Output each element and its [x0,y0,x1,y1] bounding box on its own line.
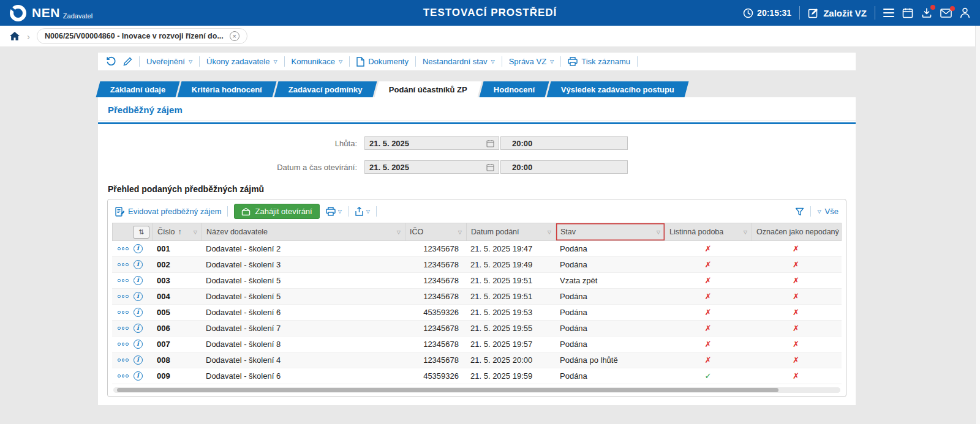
column-settings[interactable]: ⇅ [113,223,153,240]
info-icon[interactable]: i [134,292,143,301]
info-icon[interactable]: i [134,340,143,349]
cell-cislo: 009 [153,371,202,381]
calendar-small-icon[interactable] [486,163,494,171]
table-row[interactable]: i001Dodavatel - školení 21234567821. 5. … [112,241,842,257]
filter-dropdown-icon[interactable]: ▽ [548,229,551,235]
column-cislo[interactable]: Číslo ↑ ▽ [153,223,202,240]
tab-content: Předběžný zájem Lhůta: 21. 5. 2025 20:00… [98,97,856,405]
toolbar-divider [637,56,638,67]
tab-hodnoceni[interactable]: Hodnocení [479,81,549,97]
vertical-scrollbar[interactable] [975,26,980,424]
menu-ukony-zadavatele[interactable]: Úkony zadavatele▽ [206,57,277,66]
toolbar-divider [284,56,285,67]
export-button[interactable]: ▽ [355,207,370,217]
tab-podani-ucastniku-zp[interactable]: Podání účastníků ZP [374,81,481,97]
cell-cislo: 002 [153,260,202,269]
start-opening-button[interactable]: Zahájit otevírání [234,204,319,219]
filter-dropdown-icon[interactable]: ▽ [458,229,462,235]
row-menu-icon[interactable] [118,374,129,378]
oteviranie-date-field[interactable]: 21. 5. 2025 [364,160,499,174]
table-row[interactable]: i002Dodavatel - školení 31234567821. 5. … [112,257,842,273]
cell-nazev-dodavatele: Dodavatel - školení 3 [202,260,405,269]
row-menu-icon[interactable] [118,247,129,250]
cell-datum-podani: 21. 5. 2025 19:51 [466,292,556,301]
calendar-icon[interactable] [902,7,913,18]
messages-icon[interactable] [940,9,952,18]
nen-logo[interactable]: NEN Zadavatel [10,5,92,21]
tab-vysledek-zadavaciho-postupu[interactable]: Výsledek zadávacího postupu [546,81,688,97]
table-row[interactable]: i007Dodavatel - školení 81234567821. 5. … [112,337,842,352]
lhuta-time-field[interactable]: 20:00 [500,136,628,150]
filter-dropdown-icon[interactable]: ▽ [744,229,747,235]
notification-badge [930,5,935,10]
table-row[interactable]: i005Dodavatel - školení 64535932621. 5. … [112,305,842,321]
cell-listinna-podoba: ✗ [665,276,752,285]
menu-icon[interactable] [883,9,894,18]
breadcrumb-item[interactable]: N006/25/V00004860 - Inovace v rozvoji ří… [37,28,247,44]
profile-icon[interactable] [960,7,970,18]
table-row[interactable]: i004Dodavatel - školení 51234567821. 5. … [112,289,842,305]
menu-nestandardni-stav[interactable]: Nestandardní stav▽ [423,57,495,66]
edit-icon[interactable] [123,57,132,66]
view-all-dropdown[interactable]: ▽ Vše [817,207,839,216]
menu-dokumenty[interactable]: Dokumenty [356,57,409,67]
column-datum-podani[interactable]: Datum podání ▽ [467,223,556,240]
cell-ico: 12345678 [405,355,466,365]
info-icon[interactable]: i [134,355,143,365]
create-vz-button[interactable]: Založit VZ [808,7,867,18]
info-icon[interactable]: i [134,324,143,333]
menu-sprava-vz[interactable]: Správa VZ▽ [509,57,554,66]
chevron-down-icon: ▽ [366,209,370,214]
filter-dropdown-icon[interactable]: ▽ [397,229,401,235]
info-icon[interactable]: i [134,244,143,253]
column-listinna-podoba[interactable]: Listinná podoba ▽ [665,223,752,240]
columns-icon[interactable]: ⇅ [133,226,149,239]
tab-zadavaci-podminky[interactable]: Zadávací podmínky [274,81,377,97]
cell-datum-podani: 21. 5. 2025 19:57 [466,340,556,349]
home-icon[interactable] [9,31,20,41]
history-icon[interactable] [106,56,116,67]
open-envelope-icon [241,207,251,216]
info-icon[interactable]: i [134,371,143,381]
row-menu-icon[interactable] [118,295,129,298]
info-icon[interactable]: i [134,308,143,317]
calendar-small-icon[interactable] [486,139,494,147]
edit-square-icon [808,7,819,18]
row-menu-icon[interactable] [118,279,129,282]
cross-icon: ✗ [705,260,712,269]
oteviranie-time-field[interactable]: 20:00 [500,160,628,174]
tab-zakladni-udaje[interactable]: Základní údaje [96,81,180,97]
info-icon[interactable]: i [134,276,143,285]
column-stav[interactable]: Stav ▽ [556,223,665,240]
register-interest-button[interactable]: Evidovat předběžný zájem [115,207,221,217]
filter-dropdown-icon[interactable]: ▽ [194,229,197,235]
column-nazev-dodavatele[interactable]: Název dodavatele ▽ [202,223,405,240]
horizontal-scrollbar[interactable] [113,387,840,393]
column-oznacen-jako-nepodany[interactable]: Označen jako nepodaný [752,223,841,240]
scrollbar-thumb[interactable] [117,388,778,392]
table-row[interactable]: i009Dodavatel - školení 64535932621. 5. … [112,368,842,384]
menu-uverejneni[interactable]: Uveřejnění▽ [146,57,192,66]
table-row[interactable]: i006Dodavatel - školení 71234567821. 5. … [112,321,842,337]
print-grid-button[interactable]: ▽ [326,207,342,216]
table-row[interactable]: i008Dodavatel - školení 41234567821. 5. … [112,352,842,368]
row-menu-icon[interactable] [118,263,129,266]
table-row[interactable]: i003Dodavatel - školení 51234567821. 5. … [112,273,842,289]
row-menu-icon[interactable] [118,327,129,330]
close-icon[interactable]: × [230,31,239,41]
row-menu-icon[interactable] [118,359,129,362]
lhuta-date-field[interactable]: 21. 5. 2025 [364,136,499,150]
column-ico[interactable]: IČO ▽ [405,223,467,240]
menu-tisk-zaznamu[interactable]: Tisk záznamu [568,57,630,66]
row-menu-icon[interactable] [118,343,129,346]
filter-dropdown-icon[interactable]: ▽ [657,229,660,235]
row-menu-icon[interactable] [118,311,129,314]
menu-komunikace[interactable]: Komunikace▽ [292,57,343,66]
cell-stav: Podána [556,340,665,349]
tab-kriteria-hodnoceni[interactable]: Kritéria hodnocení [178,81,277,97]
toolbar-divider [502,56,502,67]
record-toolbar: Uveřejnění▽ Úkony zadavatele▽ Komunikace… [98,53,856,70]
filter-icon[interactable] [795,207,804,216]
downloads-icon[interactable] [921,7,932,18]
info-icon[interactable]: i [134,260,143,269]
